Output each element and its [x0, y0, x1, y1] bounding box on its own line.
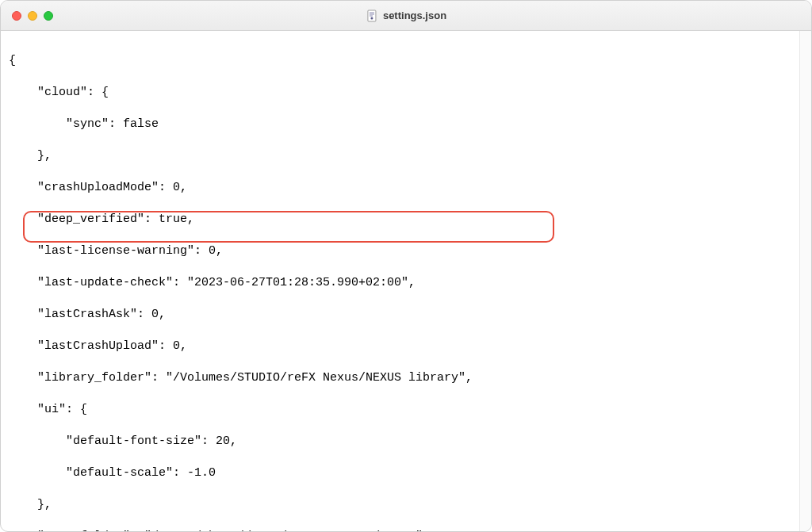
code-line: "cloud": { [9, 85, 791, 101]
code-line: }, [9, 148, 791, 164]
svg-point-1 [370, 17, 373, 19]
zoom-button[interactable] [44, 11, 53, 21]
code-line: "deep_verified": true, [9, 212, 791, 228]
code-line: "user_folder": "/Users/Shared/reFX/User … [9, 529, 791, 531]
code-line: "library_folder": "/Volumes/STUDIO/reFX … [9, 370, 791, 386]
minimize-button[interactable] [28, 11, 37, 21]
code-line: }, [9, 497, 791, 513]
code-line: "last-license-warning": 0, [9, 243, 791, 259]
code-line: "lastCrashUpload": 0, [9, 339, 791, 354]
window-title: settings.json [383, 10, 446, 21]
code-line: "default-scale": -1.0 [9, 465, 791, 481]
document-icon [366, 10, 378, 22]
content-area: { "cloud": { "sync": false }, "crashUplo… [1, 31, 811, 531]
code-line: "default-font-size": 20, [9, 434, 791, 450]
code-line: "ui": { [9, 402, 791, 418]
code-line: "sync": false [9, 117, 791, 132]
text-editor[interactable]: { "cloud": { "sync": false }, "crashUplo… [1, 31, 799, 531]
title-center: settings.json [366, 10, 446, 22]
traffic-lights [12, 11, 53, 21]
code-line: { [9, 53, 791, 69]
code-line: "crashUploadMode": 0, [9, 180, 791, 196]
vertical-scrollbar[interactable] [799, 31, 811, 531]
code-line: "last-update-check": "2023-06-27T01:28:3… [9, 275, 791, 291]
window-frame: settings.json { "cloud": { "sync": false… [0, 0, 812, 532]
code-line: "lastCrashAsk": 0, [9, 307, 791, 323]
close-button[interactable] [12, 11, 21, 21]
title-bar[interactable]: settings.json [1, 1, 811, 31]
